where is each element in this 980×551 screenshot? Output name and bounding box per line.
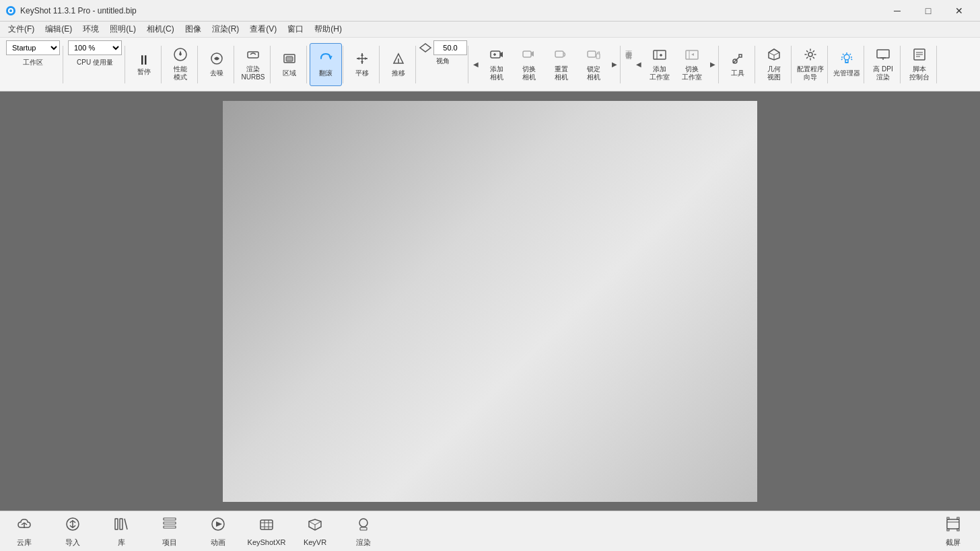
denoise-group: 去噪 — [199, 40, 234, 89]
keyvr-button[interactable]: KeyVR — [291, 512, 339, 551]
library-button[interactable]: 库 — [97, 512, 145, 551]
render-label: 渲染 — [356, 538, 371, 548]
config-button[interactable]: 配置程序向导 — [794, 43, 827, 86]
screenshot-button[interactable]: 截屏 — [929, 512, 977, 551]
svg-point-63 — [359, 519, 368, 527]
fov-input[interactable] — [433, 40, 467, 55]
bottom-tools-right: 截屏 — [929, 512, 980, 551]
push-icon — [391, 51, 406, 68]
project-label: 项目 — [162, 538, 177, 548]
lightmgr-group: 光管理器 — [829, 40, 864, 89]
menu-camera[interactable]: 相机(C) — [141, 22, 180, 37]
cpu-dropdown[interactable]: 100 % — [68, 40, 122, 55]
geoview-group: 几何视图 — [757, 40, 792, 89]
svg-rect-62 — [260, 520, 273, 529]
animation-button[interactable]: 动画 — [194, 512, 242, 551]
close-button[interactable]: ✕ — [944, 0, 975, 22]
revert-camera-icon — [554, 47, 569, 64]
switch-workroom-button[interactable]: 切换工作室 — [676, 43, 708, 86]
svg-rect-7 — [286, 57, 293, 61]
minimize-button[interactable]: ─ — [882, 0, 913, 22]
pause-group: ⏸ 暂停 — [127, 40, 162, 89]
library-label: 库 — [118, 538, 125, 548]
project-button[interactable]: 项目 — [145, 512, 194, 551]
script-button[interactable]: 脚本控制台 — [903, 43, 936, 86]
menu-env[interactable]: 环境 — [77, 22, 104, 37]
workroom-prev-button[interactable]: ◀ — [634, 43, 643, 86]
import-button[interactable]: 导入 — [48, 512, 97, 551]
tool-icon — [730, 51, 745, 68]
add-camera-icon — [489, 47, 504, 64]
fov-label: 视角 — [436, 57, 450, 66]
cloud-button[interactable]: 云库 — [0, 512, 48, 551]
title-bar: KeyShot 11.3.1 Pro - untitled.bip ─ □ ✕ — [0, 0, 980, 22]
denoise-button[interactable]: 去噪 — [201, 43, 233, 86]
push-button[interactable]: 推移 — [382, 43, 415, 86]
nurbs-group: 渲染NURBS — [236, 40, 271, 89]
lightmgr-label: 光管理器 — [833, 69, 860, 77]
workroom-label-btn: 添加 工作室 — [623, 43, 634, 86]
cpu-group: 100 % CPU 使用量 — [65, 40, 125, 89]
perfmode-button[interactable]: 性能模式 — [164, 43, 197, 86]
switch-camera-icon — [522, 47, 536, 64]
render-button[interactable]: 渲染 — [339, 512, 388, 551]
add-camera-button[interactable]: 添加相机 — [481, 43, 513, 86]
camera-prev-button[interactable]: ◀ — [471, 43, 481, 86]
svg-rect-58 — [164, 522, 176, 524]
roll-button[interactable]: 翻滚 — [310, 43, 342, 86]
add-workroom-icon — [652, 47, 667, 64]
pan-button[interactable]: 平移 — [346, 43, 378, 86]
config-label: 配置程序向导 — [797, 65, 824, 81]
keyshotxr-button[interactable]: KeyShotXR — [242, 512, 291, 551]
menu-lighting[interactable]: 照明(L) — [104, 22, 141, 37]
bottom-tools-left: 云库 导入 库 — [0, 512, 388, 551]
menu-window[interactable]: 窗口 — [282, 22, 309, 37]
pause-button[interactable]: ⏸ 暂停 — [128, 43, 160, 86]
switch-camera-button[interactable]: 切换相机 — [513, 43, 545, 86]
svg-line-41 — [841, 59, 843, 61]
maximize-button[interactable]: □ — [913, 0, 944, 22]
perfmode-label: 性能模式 — [174, 65, 187, 81]
window-controls: ─ □ ✕ — [882, 0, 975, 22]
lock-camera-icon — [586, 47, 601, 64]
svg-marker-13 — [365, 57, 368, 60]
menu-file[interactable]: 文件(F) — [3, 22, 40, 37]
highdpi-icon — [876, 47, 890, 64]
region-button[interactable]: 区域 — [273, 43, 306, 86]
svg-marker-61 — [216, 521, 222, 527]
denoise-label: 去噪 — [210, 69, 223, 77]
library-icon — [112, 515, 130, 536]
animation-label: 动画 — [211, 538, 225, 548]
workroom-next-button[interactable]: ▶ — [708, 43, 718, 86]
tool-button[interactable]: 工具 — [722, 43, 754, 86]
revert-camera-button[interactable]: 重置相机 — [545, 43, 578, 86]
roll-icon — [318, 51, 333, 68]
add-workroom-button[interactable]: 添加工作室 — [643, 43, 676, 86]
menu-image[interactable]: 图像 — [180, 22, 207, 37]
camera-next-button[interactable]: ▶ — [610, 43, 619, 86]
geoview-button[interactable]: 几何视图 — [758, 43, 790, 86]
switch-workroom-label: 切换工作室 — [682, 65, 702, 81]
switch-camera-label: 切换相机 — [522, 65, 536, 81]
menu-render[interactable]: 渲染(R) — [207, 22, 245, 37]
geoview-label: 几何视图 — [767, 65, 781, 81]
svg-rect-57 — [164, 518, 176, 520]
menu-edit[interactable]: 编辑(E) — [40, 22, 77, 37]
project-icon — [161, 515, 178, 536]
viewport[interactable] — [223, 101, 757, 502]
pause-icon: ⏸ — [137, 53, 151, 67]
add-camera-label: 添加相机 — [490, 65, 503, 81]
nurbs-button[interactable]: 渲染NURBS — [237, 43, 269, 86]
menu-view[interactable]: 查看(V) — [244, 22, 282, 37]
roll-label: 翻滚 — [319, 69, 332, 77]
menu-help[interactable]: 帮助(H) — [309, 22, 347, 37]
window-title: KeyShot 11.3.1 Pro - untitled.bip — [20, 6, 882, 15]
workspace-dropdown[interactable]: Startup — [6, 40, 60, 55]
lock-camera-button[interactable]: 锁定相机 — [578, 43, 610, 86]
workspace-label: 工作区 — [23, 58, 43, 67]
pause-label: 暂停 — [137, 68, 151, 76]
lightmgr-button[interactable]: 光管理器 — [831, 43, 863, 86]
svg-rect-64 — [360, 527, 367, 530]
highdpi-button[interactable]: 高 DPI渲染 — [867, 43, 899, 86]
svg-rect-22 — [555, 51, 563, 57]
